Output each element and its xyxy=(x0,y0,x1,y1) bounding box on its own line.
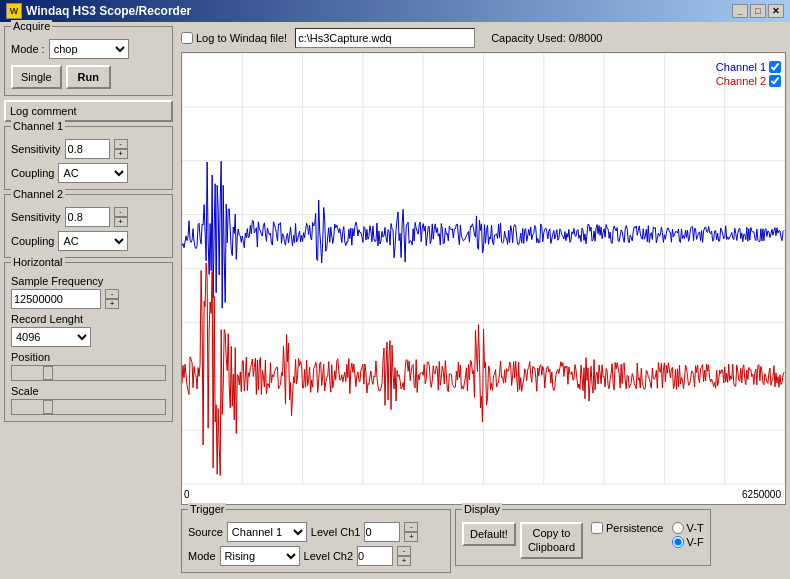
mode-label: Mode : xyxy=(11,43,45,55)
vf-radio-row: V-F xyxy=(672,536,704,548)
chart-area: Channel 1 Channel 2 0 6250000 xyxy=(181,52,786,505)
persistence-checkbox[interactable] xyxy=(591,522,603,534)
log-checkbox-group: Log to Windaq file! xyxy=(181,32,287,44)
vf-label: V-F xyxy=(687,536,704,548)
right-panel: Log to Windaq file! Capacity Used: 0/800… xyxy=(177,22,790,579)
minimize-button[interactable]: _ xyxy=(732,4,748,18)
horizontal-title: Horizontal xyxy=(11,256,65,268)
level-ch2-input[interactable] xyxy=(357,546,393,566)
bottom-panel: Trigger Source Channel 1 Channel 2 Level… xyxy=(177,505,786,575)
display-group: Display Default! Copy toClipboard Persis… xyxy=(455,509,711,566)
level-ch1-label: Level Ch1 xyxy=(311,526,361,538)
legend-ch2: Channel 2 xyxy=(716,75,781,87)
ch1-coupling-select[interactable]: AC DC xyxy=(58,163,128,183)
chart-legend: Channel 1 Channel 2 xyxy=(716,61,781,87)
ch2-sensitivity-plus[interactable]: + xyxy=(114,217,128,227)
ch1-sensitivity-row: Sensitivity - + xyxy=(11,139,166,159)
file-path-input[interactable] xyxy=(295,28,475,48)
sample-freq-label: Sample Frequency xyxy=(11,275,103,287)
maximize-button[interactable]: □ xyxy=(750,4,766,18)
scale-label: Scale xyxy=(11,385,39,397)
title-bar: W Windaq HS3 Scope/Recorder _ □ ✕ xyxy=(0,0,790,22)
mode-row: Mode : chop alt xyxy=(11,39,166,59)
chart-x-min: 0 xyxy=(184,489,190,500)
level-ch2-spin: - + xyxy=(397,546,411,566)
ch1-legend-label: Channel 1 xyxy=(716,61,766,73)
trigger-mode-label: Mode xyxy=(188,550,216,562)
log-comment-button[interactable]: Log comment xyxy=(4,100,173,122)
trigger-group: Trigger Source Channel 1 Channel 2 Level… xyxy=(181,509,451,573)
scale-section: Scale xyxy=(11,385,166,415)
persistence-group: Persistence xyxy=(591,522,663,534)
sample-freq-section: Sample Frequency - + xyxy=(11,275,166,309)
vf-radio[interactable] xyxy=(672,536,684,548)
log-checkbox[interactable] xyxy=(181,32,193,44)
ch2-sensitivity-spin: - + xyxy=(114,207,128,227)
ch1-coupling-label: Coupling xyxy=(11,167,54,179)
sample-freq-plus[interactable]: + xyxy=(105,299,119,309)
close-button[interactable]: ✕ xyxy=(768,4,784,18)
title-bar-left: W Windaq HS3 Scope/Recorder xyxy=(6,3,191,19)
ch2-coupling-select[interactable]: AC DC xyxy=(58,231,128,251)
scope-canvas xyxy=(182,53,785,504)
level-ch1-plus[interactable]: + xyxy=(404,532,418,542)
ch1-sensitivity-minus[interactable]: - xyxy=(114,139,128,149)
record-length-label: Record Lenght xyxy=(11,313,83,325)
legend-ch1: Channel 1 xyxy=(716,61,781,73)
title-controls[interactable]: _ □ ✕ xyxy=(732,4,784,18)
clipboard-button[interactable]: Copy toClipboard xyxy=(520,522,583,559)
position-slider[interactable] xyxy=(11,365,166,381)
trigger-source-select[interactable]: Channel 1 Channel 2 xyxy=(227,522,307,542)
mode-select[interactable]: chop alt xyxy=(49,39,129,59)
ch1-sensitivity-label: Sensitivity xyxy=(11,143,61,155)
ch1-sensitivity-plus[interactable]: + xyxy=(114,149,128,159)
position-label: Position xyxy=(11,351,50,363)
run-button[interactable]: Run xyxy=(66,65,111,89)
capacity-label: Capacity Used: 0/8000 xyxy=(491,32,602,44)
level-ch1-input[interactable] xyxy=(364,522,400,542)
left-panel: Acquire Mode : chop alt Single Run Log c… xyxy=(0,22,177,579)
chart-x-max: 6250000 xyxy=(742,489,781,500)
ch2-coupling-label: Coupling xyxy=(11,235,54,247)
ch1-sensitivity-input[interactable] xyxy=(65,139,110,159)
single-run-row: Single Run xyxy=(11,65,166,89)
single-button[interactable]: Single xyxy=(11,65,62,89)
sample-freq-input[interactable] xyxy=(11,289,101,309)
ch2-sensitivity-input[interactable] xyxy=(65,207,110,227)
record-length-select[interactable]: 4096 8192 16384 xyxy=(11,327,91,347)
channel2-group: Channel 2 Sensitivity - + Coupling AC DC xyxy=(4,194,173,258)
app-icon: W xyxy=(6,3,22,19)
scale-slider[interactable] xyxy=(11,399,166,415)
ch1-coupling-row: Coupling AC DC xyxy=(11,163,166,183)
position-section: Position xyxy=(11,351,166,381)
ch1-legend-checkbox[interactable] xyxy=(769,61,781,73)
level-ch2-label: Level Ch2 xyxy=(304,550,354,562)
persistence-label: Persistence xyxy=(606,522,663,534)
trigger-source-label: Source xyxy=(188,526,223,538)
scale-thumb[interactable] xyxy=(43,400,53,414)
channel2-title: Channel 2 xyxy=(11,188,65,200)
ch2-legend-checkbox[interactable] xyxy=(769,75,781,87)
sample-freq-spin: - + xyxy=(105,289,119,309)
level-ch1-minus[interactable]: - xyxy=(404,522,418,532)
trigger-mode-select[interactable]: Rising Falling xyxy=(220,546,300,566)
default-button[interactable]: Default! xyxy=(462,522,516,546)
vt-radio[interactable] xyxy=(672,522,684,534)
vt-vf-group: V-T V-F xyxy=(672,522,704,548)
sample-freq-minus[interactable]: - xyxy=(105,289,119,299)
persistence-vtvf: Persistence xyxy=(591,522,663,534)
trigger-title: Trigger xyxy=(188,503,226,515)
level-ch1-spin: - + xyxy=(404,522,418,542)
channel1-group: Channel 1 Sensitivity - + Coupling AC DC xyxy=(4,126,173,190)
main-container: Acquire Mode : chop alt Single Run Log c… xyxy=(0,22,790,579)
trigger-mode-row: Mode Rising Falling Level Ch2 - + xyxy=(188,546,444,566)
level-ch2-minus[interactable]: - xyxy=(397,546,411,556)
level-ch2-plus[interactable]: + xyxy=(397,556,411,566)
vt-radio-row: V-T xyxy=(672,522,704,534)
position-thumb[interactable] xyxy=(43,366,53,380)
ch2-sensitivity-minus[interactable]: - xyxy=(114,207,128,217)
vt-label: V-T xyxy=(687,522,704,534)
acquire-group: Acquire Mode : chop alt Single Run xyxy=(4,26,173,96)
ch2-coupling-row: Coupling AC DC xyxy=(11,231,166,251)
record-length-row: 4096 8192 16384 xyxy=(11,327,166,347)
